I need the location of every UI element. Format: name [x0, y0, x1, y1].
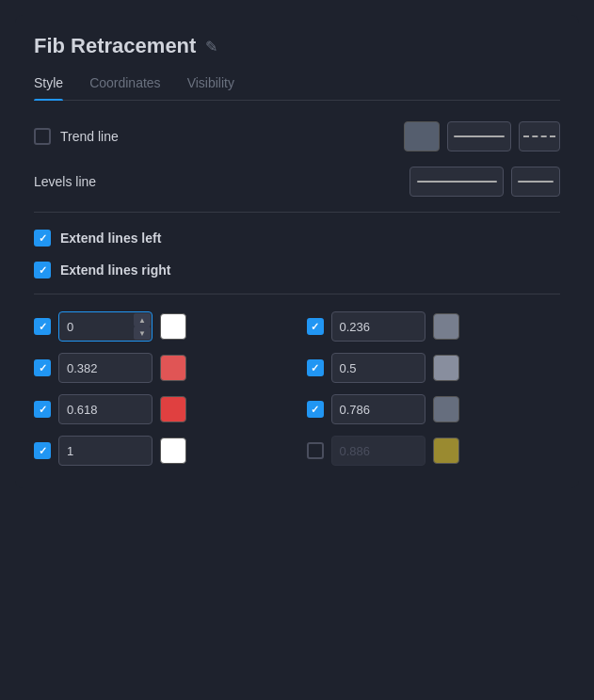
- extend-right-row: Extend lines right: [34, 262, 560, 278]
- level-item-0618: [34, 394, 288, 424]
- level-0886-input[interactable]: [331, 436, 425, 466]
- level-05-input-wrap: [331, 353, 425, 383]
- edit-icon[interactable]: ✎: [205, 38, 217, 56]
- level-05-checkbox[interactable]: [307, 359, 324, 376]
- level-1-input[interactable]: [58, 436, 153, 466]
- level-0-color[interactable]: [160, 313, 186, 340]
- extend-right-checkbox[interactable]: [34, 262, 51, 278]
- level-0618-input-wrap: [58, 394, 153, 424]
- level-0236-input[interactable]: [331, 311, 425, 342]
- level-05-input[interactable]: [331, 353, 425, 383]
- level-0236-input-wrap: [331, 311, 425, 342]
- trend-line-checkbox[interactable]: [34, 128, 51, 145]
- level-item-1: [34, 436, 288, 466]
- level-0786-input[interactable]: [331, 394, 425, 424]
- level-0-input-wrap: ▲ ▼: [58, 311, 153, 342]
- trend-line-style-dashed[interactable]: [519, 121, 560, 151]
- trend-line-label: Trend line: [60, 129, 119, 144]
- separator-1: [34, 212, 560, 213]
- extend-right-label: Extend lines right: [60, 262, 170, 278]
- level-0618-input[interactable]: [58, 394, 153, 424]
- separator-2: [34, 294, 560, 294]
- level-0786-input-wrap: [331, 394, 425, 424]
- level-0-down[interactable]: ▼: [134, 326, 151, 340]
- levels-line-row: Levels line: [34, 167, 560, 197]
- extend-left-row: Extend lines left: [34, 230, 560, 247]
- level-item-05: [307, 353, 561, 383]
- trend-line-color-swatch[interactable]: [404, 121, 440, 151]
- level-0-spinner: ▲ ▼: [134, 313, 151, 340]
- level-item-0: ▲ ▼: [34, 311, 288, 342]
- tab-visibility[interactable]: Visibility: [187, 75, 234, 100]
- level-item-0236: [307, 311, 561, 342]
- level-0-up[interactable]: ▲: [134, 313, 151, 326]
- level-1-input-wrap: [58, 436, 153, 466]
- level-05-color[interactable]: [433, 355, 459, 381]
- trend-line-style-solid[interactable]: [447, 121, 511, 151]
- level-0886-checkbox[interactable]: [307, 442, 324, 459]
- panel-title: Fib Retracement: [34, 34, 196, 58]
- extend-left-checkbox[interactable]: [34, 230, 51, 247]
- level-1-checkbox[interactable]: [34, 442, 51, 459]
- levels-grid: ▲ ▼: [34, 311, 560, 466]
- level-0618-checkbox[interactable]: [34, 401, 51, 418]
- fib-retracement-panel: Fib Retracement ✎ Style Coordinates Visi…: [15, 15, 579, 488]
- level-0236-checkbox[interactable]: [307, 318, 324, 335]
- levels-line-style-short[interactable]: [511, 167, 560, 197]
- levels-line-style-solid[interactable]: [409, 167, 504, 197]
- level-item-0886: [307, 436, 561, 466]
- level-0886-input-wrap: [331, 436, 425, 466]
- level-0236-color[interactable]: [433, 313, 459, 340]
- level-0886-color[interactable]: [433, 438, 459, 464]
- level-0786-color[interactable]: [433, 396, 459, 422]
- level-item-0786: [307, 394, 561, 424]
- level-0382-color[interactable]: [160, 355, 186, 381]
- levels-line-label: Levels line: [34, 174, 96, 189]
- level-0382-input[interactable]: [58, 353, 153, 383]
- level-item-0382: [34, 353, 288, 383]
- tabs-bar: Style Coordinates Visibility: [34, 75, 560, 101]
- level-0786-checkbox[interactable]: [307, 401, 324, 418]
- extend-left-label: Extend lines left: [60, 231, 161, 246]
- level-0-checkbox[interactable]: [34, 318, 51, 335]
- tab-style[interactable]: Style: [34, 75, 63, 100]
- trend-line-row: Trend line: [34, 121, 560, 151]
- level-0382-checkbox[interactable]: [34, 359, 51, 376]
- level-0618-color[interactable]: [160, 396, 186, 422]
- level-1-color[interactable]: [160, 438, 186, 464]
- panel-header: Fib Retracement ✎: [34, 34, 560, 58]
- level-0382-input-wrap: [58, 353, 153, 383]
- tab-coordinates[interactable]: Coordinates: [89, 75, 161, 100]
